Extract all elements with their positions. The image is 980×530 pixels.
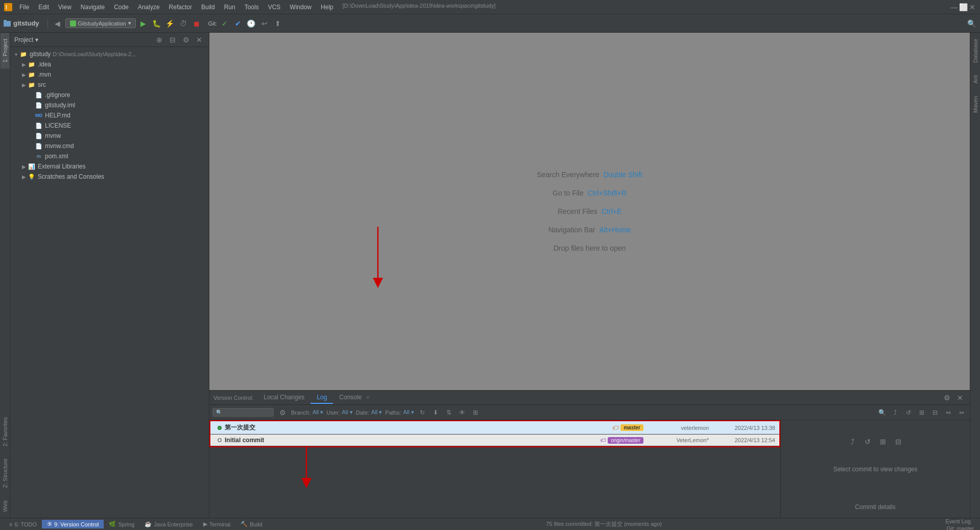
toolbar-search-button[interactable]: 🔍 [966, 18, 977, 29]
log-right-icon3[interactable]: ⊞ [917, 407, 927, 418]
stop-button[interactable]: ◼ [191, 18, 202, 29]
commit-date-1: 2022/4/13 13:38 [709, 425, 775, 431]
collapse-all-button[interactable]: ⊟ [167, 34, 178, 45]
tree-item-idea[interactable]: ▶ 📁 .idea [10, 59, 209, 69]
git-commit-button[interactable]: ✔ [232, 18, 244, 29]
status-tab-todo[interactable]: ≡ 6: TODO [4, 520, 42, 528]
tree-root-gitstudy[interactable]: ▾ 📁 gitstudy D:\DownLoad\Study\App\idea-… [10, 49, 209, 59]
log-collapse-all[interactable]: ⇔ [957, 407, 967, 418]
log-right-btn1[interactable]: ⤴ [847, 436, 858, 447]
branch-filter-btn[interactable]: All ▾ [313, 409, 323, 416]
tree-item-pomxml[interactable]: ▶ m pom.xml [10, 151, 209, 161]
console-tab-close[interactable]: ✕ [366, 395, 370, 400]
tree-item-src[interactable]: ▶ 📁 src [10, 80, 209, 90]
log-right-icon4[interactable]: ⊟ [930, 407, 940, 418]
status-tab-vc[interactable]: ⑨ 9: Version Control [42, 520, 104, 528]
tree-item-mvn[interactable]: ▶ 📁 .mvn [10, 69, 209, 80]
sidebar-tab-ant[interactable]: Ant [971, 69, 980, 90]
sidebar-tab-database[interactable]: Database [971, 33, 980, 69]
log-eye-btn[interactable]: 👁 [457, 407, 467, 418]
sidebar-tab-favorites[interactable]: 2: Favorites [1, 411, 10, 452]
debug-button[interactable]: 🐛 [151, 18, 162, 29]
status-tab-java[interactable]: ☕ Java Enterprise [139, 520, 198, 528]
git-update-button[interactable]: ✓ [219, 18, 230, 29]
back-button[interactable]: ◀ [52, 18, 63, 29]
tree-label-src: src [38, 81, 46, 88]
commit-row-2[interactable]: Initial commit 🏷 origin/master VeterLemo… [210, 435, 779, 446]
status-tab-build[interactable]: 🔨 Build [235, 520, 267, 528]
menu-analyze[interactable]: Analyze [134, 3, 164, 12]
tree-item-scratches[interactable]: ▶ 💡 Scratches and Consoles [10, 172, 209, 182]
log-search-right[interactable]: 🔍 [877, 407, 887, 418]
log-right-btn3[interactable]: ⊞ [877, 436, 889, 447]
git-push-button[interactable]: ⬆ [272, 18, 283, 29]
menu-edit[interactable]: Edit [34, 3, 53, 12]
vc-settings-button[interactable]: ⚙ [941, 392, 952, 403]
vc-tab-local-changes[interactable]: Local Changes [257, 392, 310, 404]
tree-item-gitignore[interactable]: ▶ 📄 .gitignore [10, 90, 209, 100]
log-right-icon2[interactable]: ↺ [903, 407, 914, 418]
log-filter-settings[interactable]: ⚙ [277, 407, 288, 418]
minimize-button[interactable]: — [950, 4, 958, 11]
sidebar-tab-structure[interactable]: Z: Structure [1, 452, 10, 494]
commit-msg-1: 第一次提交 [225, 423, 612, 432]
sidebar-tab-project[interactable]: 1: Project [1, 33, 10, 68]
log-fetch-btn[interactable]: ⬇ [431, 407, 441, 418]
menu-navigate[interactable]: Navigate [77, 3, 109, 12]
event-log-button[interactable]: Event Log [940, 517, 976, 525]
commit-row-1[interactable]: 第一次提交 🏷 master veterlemon 2022/4/13 13:3… [210, 421, 779, 435]
tree-item-help[interactable]: ▶ MD HELP.md [10, 110, 209, 121]
profile-button[interactable]: ⏱ [178, 18, 189, 29]
tree-item-external-libraries[interactable]: ▶ 📊 External Libraries [10, 161, 209, 172]
sidebar-tab-web[interactable]: Web [1, 494, 10, 518]
status-tab-spring[interactable]: 🌿 Spring [104, 520, 139, 528]
log-right-btn4[interactable]: ⊟ [893, 436, 904, 447]
user-filter-btn[interactable]: All ▾ [342, 409, 352, 416]
git-history-button[interactable]: 🕐 [246, 18, 257, 29]
menu-file[interactable]: File [15, 3, 33, 12]
close-button[interactable]: ✕ [969, 4, 976, 11]
tree-label-gitignore: .gitignore [45, 91, 70, 99]
left-side-tabs: 1: Project 2: Favorites Z: Structure Web [0, 33, 10, 518]
menu-window[interactable]: Window [285, 3, 316, 12]
menu-code[interactable]: Code [110, 3, 133, 12]
app-icon: I [4, 3, 12, 11]
tree-item-mvnwcmd[interactable]: ▶ 📄 mvnw.cmd [10, 141, 209, 151]
run-config-name: GitstudyApplication [78, 20, 126, 27]
vc-close-button[interactable]: ✕ [954, 392, 966, 403]
log-sort-btn[interactable]: ⇅ [444, 407, 454, 418]
log-expand-all[interactable]: ⇔ [943, 407, 953, 418]
coverage-button[interactable]: ⚡ [164, 18, 176, 29]
menu-view[interactable]: View [54, 3, 76, 12]
settings-button[interactable]: ⚙ [180, 34, 192, 45]
tree-label-ext: External Libraries [38, 163, 85, 170]
maximize-button[interactable]: ⬜ [960, 4, 967, 11]
log-right-btn2[interactable]: ↺ [862, 436, 873, 447]
main-toolbar: gitstudy ◀ GitstudyApplication ▾ ▶ 🐛 ⚡ ⏱… [0, 14, 980, 33]
tree-item-iml[interactable]: ▶ 📄 gitstudy.iml [10, 100, 209, 110]
log-expand-btn[interactable]: ⊞ [470, 407, 481, 418]
sidebar-tab-maven[interactable]: Maven [971, 90, 980, 119]
log-right-icon1[interactable]: ⤴ [890, 407, 900, 418]
locate-button[interactable]: ⊕ [154, 34, 165, 45]
menu-refactor[interactable]: Refactor [165, 3, 196, 12]
menu-help[interactable]: Help [317, 3, 338, 12]
hint-navbar-shortcut: Alt+Home [599, 226, 631, 234]
close-panel-button[interactable]: ✕ [194, 34, 205, 45]
tree-item-license[interactable]: ▶ 📄 LICENSE [10, 121, 209, 131]
log-refresh-btn[interactable]: ↻ [417, 407, 427, 418]
git-revert-button[interactable]: ↩ [259, 18, 270, 29]
run-config-selector[interactable]: GitstudyApplication ▾ [65, 18, 136, 28]
menu-vcs[interactable]: VCS [264, 3, 285, 12]
vc-tab-log[interactable]: Log [310, 392, 333, 404]
menu-tools[interactable]: Tools [241, 3, 263, 12]
tree-item-mvnw[interactable]: ▶ 📄 mvnw [10, 131, 209, 141]
date-filter-btn[interactable]: All ▾ [371, 409, 382, 416]
run-button[interactable]: ▶ [138, 18, 149, 29]
vc-tab-console[interactable]: Console ✕ [333, 392, 375, 404]
status-tab-terminal[interactable]: ▶ Terminal [198, 520, 236, 528]
menu-build[interactable]: Build [197, 3, 219, 12]
log-search-input[interactable]: 🔍 [212, 408, 274, 417]
paths-filter-btn[interactable]: All ▾ [403, 409, 414, 416]
menu-run[interactable]: Run [220, 3, 240, 12]
